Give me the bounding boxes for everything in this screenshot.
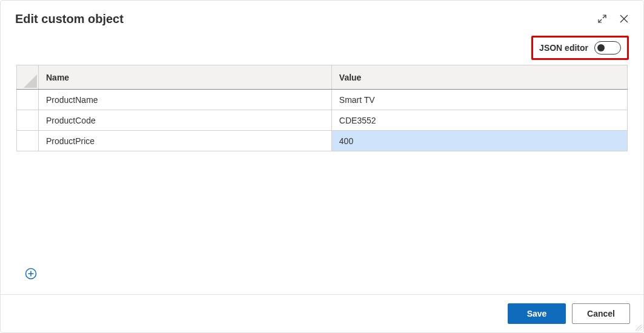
dialog-footer: Save Cancel (1, 294, 643, 332)
toolbar: JSON editor (1, 30, 643, 65)
header-icons (597, 14, 629, 24)
table-header-row: Name Value (17, 65, 628, 90)
json-editor-toggle[interactable] (594, 41, 621, 54)
table-row[interactable]: ProductNameSmart TV (17, 90, 628, 110)
resize-grip-icon[interactable] (634, 323, 642, 331)
edit-custom-object-dialog: Edit custom object JSON editor (0, 0, 644, 333)
table-row[interactable]: ProductPrice400 (17, 131, 628, 151)
row-handle[interactable] (17, 90, 39, 110)
add-row-button[interactable] (25, 268, 37, 280)
value-cell[interactable]: 400 (331, 131, 627, 151)
properties-table: Name Value ProductNameSmart TVProductCod… (16, 65, 628, 151)
name-cell[interactable]: ProductPrice (39, 131, 332, 151)
json-editor-toggle-group: JSON editor (531, 36, 629, 60)
json-editor-label: JSON editor (539, 43, 588, 53)
expand-icon[interactable] (597, 14, 607, 24)
value-cell[interactable]: Smart TV (331, 90, 627, 110)
row-handle[interactable] (17, 131, 39, 151)
toggle-knob (597, 44, 605, 51)
table-row[interactable]: ProductCodeCDE3552 (17, 110, 628, 131)
close-icon[interactable] (619, 14, 629, 24)
column-header-name[interactable]: Name (39, 65, 332, 90)
dialog-title: Edit custom object (15, 12, 597, 26)
table-empty-area (16, 151, 628, 294)
select-all-handle[interactable] (17, 65, 39, 90)
value-cell[interactable]: CDE3552 (331, 110, 627, 131)
name-cell[interactable]: ProductName (39, 90, 332, 110)
cancel-button[interactable]: Cancel (572, 303, 630, 324)
dialog-header: Edit custom object (1, 1, 643, 30)
row-handle[interactable] (17, 110, 39, 131)
corner-triangle-icon (24, 74, 37, 88)
table-area: Name Value ProductNameSmart TVProductCod… (16, 65, 628, 294)
column-header-value[interactable]: Value (331, 65, 627, 90)
name-cell[interactable]: ProductCode (39, 110, 332, 131)
save-button[interactable]: Save (508, 303, 566, 324)
